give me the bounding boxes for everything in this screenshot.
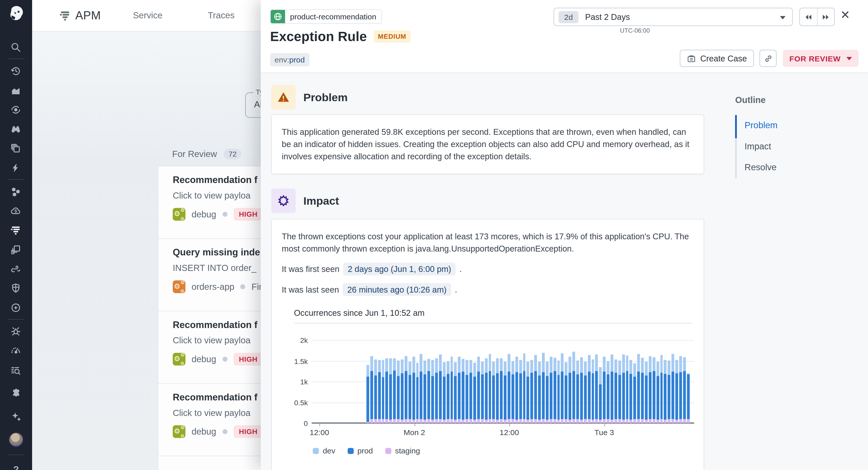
sidebar-item-gauge[interactable]: [8, 343, 23, 358]
sidebar-item-pipeline[interactable]: [8, 261, 23, 276]
stacked-bar: [622, 354, 625, 423]
bar-segment-dev: [416, 363, 419, 377]
sidebar-item-sparkles[interactable]: [8, 409, 24, 424]
sidebar-item-history[interactable]: [8, 63, 23, 78]
bar-segment-staging: [507, 419, 510, 423]
bar-segment-prod: [519, 373, 522, 419]
bar-segment-staging: [496, 420, 499, 423]
panel-header: product-recommendation Exception Rule ME…: [261, 0, 868, 73]
bar-segment-prod: [565, 375, 568, 419]
stacked-bar: [416, 363, 419, 423]
bar-segment-staging: [366, 422, 369, 423]
sidebar-item-cloud-cost[interactable]: $: [8, 203, 23, 219]
bar-segment-dev: [370, 356, 373, 371]
bar-segment-dev: [504, 361, 506, 375]
bar-segment-prod: [588, 371, 590, 419]
sidebar-item-watchdog[interactable]: [8, 102, 23, 117]
outline-item-problem[interactable]: Problem: [737, 115, 778, 136]
stacked-bar: [496, 358, 499, 423]
bar-segment-prod: [542, 372, 545, 419]
copy-link-button[interactable]: [760, 50, 777, 67]
sidebar-item-bug[interactable]: [8, 324, 23, 339]
time-back-button[interactable]: [800, 8, 817, 26]
stacked-bar: [473, 363, 476, 423]
bar-segment-dev: [405, 356, 407, 371]
stacked-bar: [569, 357, 571, 423]
bar-segment-staging: [439, 419, 442, 423]
create-case-button[interactable]: Create Case: [680, 50, 754, 67]
nav-item-service[interactable]: Service: [133, 10, 162, 21]
bar-segment-prod: [630, 374, 632, 419]
bar-segment-dev: [675, 360, 678, 374]
bar-segment-dev: [653, 357, 655, 371]
left-sidebar: $ ?: [0, 0, 32, 470]
sidebar-item-shield[interactable]: [8, 280, 23, 296]
legend-item-prod[interactable]: prod: [347, 446, 373, 455]
last-seen-value[interactable]: 26 minutes ago (10:26 am): [343, 283, 451, 296]
priority-badge: HIGH: [233, 208, 263, 221]
outline-item-resolve[interactable]: Resolve: [737, 157, 778, 178]
bar-segment-prod: [561, 371, 564, 419]
bar-segment-staging: [450, 419, 453, 423]
bar-segment-prod: [649, 372, 652, 419]
time-forward-button[interactable]: [817, 8, 834, 26]
bar-segment-staging: [679, 419, 682, 423]
y-axis-tick-label: 1.5k: [294, 357, 308, 365]
legend-swatch: [347, 447, 353, 454]
sidebar-item-binoculars[interactable]: [8, 121, 23, 137]
first-seen-value[interactable]: 2 days ago (Jun 1, 6:00 pm): [343, 263, 456, 275]
stacked-bar: [431, 360, 434, 423]
sidebar-item-search[interactable]: [8, 39, 23, 55]
stacked-bar: [401, 359, 404, 423]
bar-segment-dev: [458, 357, 461, 372]
stacked-bar: [630, 360, 632, 423]
nav-item-traces[interactable]: Traces: [208, 10, 235, 21]
stacked-bar: [607, 361, 610, 423]
time-range-select[interactable]: UTC-06:00 2d Past 2 Days: [554, 8, 793, 26]
stacked-bar: [439, 355, 442, 423]
sidebar-item-metrics[interactable]: [8, 82, 23, 98]
severity-badge: MEDIUM: [374, 30, 410, 42]
bar-segment-staging: [443, 419, 445, 423]
bar-segment-dev: [546, 362, 549, 376]
legend-item-dev[interactable]: dev: [313, 446, 335, 455]
occurrences-chart[interactable]: 2k1.5k1k0.5k012:00Mon 212:00Tue 3: [312, 340, 694, 423]
bar-segment-staging: [401, 419, 404, 423]
bar-segment-dev: [550, 357, 552, 373]
close-panel-button[interactable]: ✕: [840, 9, 850, 21]
sidebar-item-windows[interactable]: [8, 242, 23, 257]
env-tag[interactable]: env:prod: [270, 53, 309, 66]
rewind-icon: [804, 13, 812, 21]
bar-segment-prod: [507, 372, 510, 419]
legend-item-staging[interactable]: staging: [385, 446, 420, 455]
bar-segment-staging: [466, 419, 468, 423]
sidebar-item-bolt[interactable]: [8, 160, 23, 175]
sidebar-item-log-search[interactable]: [8, 362, 23, 378]
apm-brand[interactable]: APM: [60, 9, 101, 22]
stacked-bar: [534, 355, 537, 423]
sidebar-item-puzzle[interactable]: [8, 385, 24, 401]
sidebar-item-layers[interactable]: [8, 140, 23, 156]
x-axis-tick: [319, 423, 320, 427]
user-avatar[interactable]: [9, 433, 23, 447]
sidebar-item-help[interactable]: ?: [8, 462, 24, 470]
bar-segment-staging: [397, 419, 400, 423]
sidebar-item-service-sparkle[interactable]: [8, 300, 23, 315]
datadog-logo[interactable]: [5, 4, 27, 23]
bar-segment-staging: [683, 419, 686, 423]
sidebar-item-infrastructure[interactable]: [8, 183, 23, 199]
sidebar-item-apm[interactable]: [8, 222, 23, 238]
stacked-bar: [584, 362, 587, 423]
outline-item-impact[interactable]: Impact: [737, 136, 778, 157]
bar-segment-staging: [412, 420, 415, 423]
bar-segment-prod: [622, 372, 625, 420]
stacked-bar: [408, 361, 411, 423]
for-review-count-badge: 72: [223, 149, 241, 159]
stacked-bar: [469, 360, 472, 423]
tab-for-review[interactable]: For Review: [172, 149, 217, 159]
service-tag[interactable]: product-recommendation: [270, 9, 382, 24]
x-axis-tick-label: Mon 2: [404, 428, 425, 437]
bar-segment-dev: [462, 359, 465, 371]
status-dropdown[interactable]: FOR REVIEW: [783, 50, 859, 67]
stacked-bar: [405, 356, 407, 423]
